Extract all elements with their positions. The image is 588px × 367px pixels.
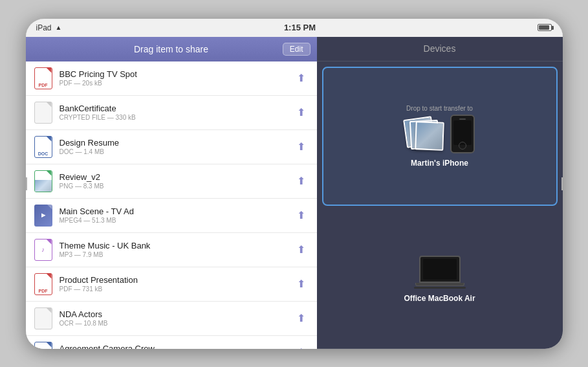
file-info: Theme Music - UK Bank MP3 — 7.9 MB	[60, 241, 294, 258]
share-icon[interactable]: ⬆	[294, 345, 309, 349]
file-name: Review_v2	[60, 172, 294, 182]
file-list: PDF BBC Pricing TV Spot PDF — 20s kB ⬆ B…	[26, 61, 317, 349]
status-right	[538, 24, 552, 31]
list-item[interactable]: DOC Design Resume DOC — 1.4 MB ⬆	[26, 130, 317, 164]
share-icon[interactable]: ⬆	[294, 173, 309, 189]
file-info: Product Presentation PDF — 731 kB	[60, 275, 294, 293]
list-item[interactable]: DOC Agreement Camera Crew DOC — 7.9 MB ⬆	[26, 336, 317, 349]
transfer-row	[405, 115, 475, 153]
ipad-side-button	[26, 177, 27, 190]
status-time: 1:15 PM	[284, 23, 316, 32]
file-icon: DOC	[34, 341, 53, 349]
photo-stack	[405, 118, 444, 150]
list-item[interactable]: PDF BBC Pricing TV Spot PDF — 20s kB ⬆	[26, 61, 317, 96]
device-slot-macbook[interactable]: Office MacBook Air	[317, 211, 563, 349]
macbook-device-name: Office MacBook Air	[404, 294, 475, 303]
file-name: Main Scene - TV Ad	[60, 206, 294, 216]
file-name: BBC Pricing TV Spot	[60, 69, 294, 79]
file-icon: PDF	[34, 67, 53, 90]
file-meta: PNG — 8.3 MB	[60, 183, 294, 190]
file-name: Design Resume	[60, 138, 294, 148]
list-item[interactable]: BankCertificate CRYPTED FILE — 330 kB ⬆	[26, 96, 317, 130]
macbook-foot	[414, 287, 466, 289]
list-item[interactable]: Review_v2 PNG — 8.3 MB ⬆	[26, 164, 317, 199]
share-icon[interactable]: ⬆	[294, 139, 309, 155]
devices-label: Devices	[424, 43, 456, 54]
macbook-icon	[414, 256, 466, 289]
file-name: Theme Music - UK Bank	[60, 241, 294, 250]
file-info: BankCertificate CRYPTED FILE — 330 kB	[60, 104, 294, 121]
file-icon	[34, 101, 53, 124]
list-item[interactable]: NDA Actors OCR — 10.8 MB ⬆	[26, 302, 317, 336]
list-item[interactable]: ♪ Theme Music - UK Bank MP3 — 7.9 MB ⬆	[26, 233, 317, 267]
file-meta: MPEG4 — 51.3 MB	[60, 217, 294, 224]
file-meta: DOC — 1.4 MB	[60, 148, 294, 155]
file-icon: PDF	[34, 272, 53, 296]
ipad-right-button	[561, 177, 563, 190]
wifi-icon: ▲	[56, 24, 62, 31]
file-info: Agreement Camera Crew DOC — 7.9 MB	[60, 344, 294, 349]
left-header: Drag item to share Edit	[26, 37, 317, 61]
iphone-icon	[450, 115, 475, 153]
ipad-frame: iPad ▲ 1:15 PM Drag item to share Edit P…	[26, 19, 563, 349]
macbook-screen	[419, 256, 461, 283]
file-name: Product Presentation	[60, 275, 294, 285]
right-panel: Devices Drop to start transfer to	[317, 37, 563, 349]
file-meta: PDF — 20s kB	[60, 80, 294, 87]
file-name: BankCertificate	[60, 104, 294, 113]
share-icon[interactable]: ⬆	[294, 311, 309, 326]
right-header: Devices	[317, 37, 563, 61]
file-meta: CRYPTED FILE — 330 kB	[60, 114, 294, 121]
file-icon: ♪	[34, 238, 53, 261]
file-meta: MP3 — 7.9 MB	[60, 251, 294, 258]
device-slot-iphone[interactable]: Drop to start transfer to Martin's iPhon…	[322, 67, 558, 206]
left-panel: Drag item to share Edit PDF BBC Pricing …	[26, 37, 317, 349]
iphone-device-name: Martin's iPhone	[411, 159, 468, 168]
file-info: Review_v2 PNG — 8.3 MB	[60, 172, 294, 190]
list-item[interactable]: ▶ Main Scene - TV Ad MPEG4 — 51.3 MB ⬆	[26, 199, 317, 233]
status-left: iPad ▲	[36, 23, 62, 32]
file-icon	[34, 170, 53, 193]
share-icon[interactable]: ⬆	[294, 208, 309, 223]
file-name: NDA Actors	[60, 309, 294, 319]
share-icon[interactable]: ⬆	[294, 71, 309, 86]
file-name: Agreement Camera Crew	[60, 344, 294, 349]
drop-label: Drop to start transfer to	[406, 105, 473, 112]
devices-area: Drop to start transfer to Martin's iPhon…	[317, 61, 563, 349]
drag-to-share-label: Drag item to share	[134, 44, 208, 54]
file-meta: PDF — 731 kB	[60, 285, 294, 293]
main-content: Drag item to share Edit PDF BBC Pricing …	[26, 37, 563, 349]
edit-button[interactable]: Edit	[283, 43, 310, 56]
file-info: NDA Actors OCR — 10.8 MB	[60, 309, 294, 327]
file-info: Main Scene - TV Ad MPEG4 — 51.3 MB	[60, 206, 294, 224]
file-info: BBC Pricing TV Spot PDF — 20s kB	[60, 69, 294, 87]
macbook-base	[415, 283, 464, 286]
macbook-screen-inner	[423, 259, 457, 280]
list-item[interactable]: PDF Product Presentation PDF — 731 kB ⬆	[26, 267, 317, 302]
battery-icon	[538, 24, 552, 31]
file-icon: ▶	[34, 204, 53, 227]
file-icon	[34, 307, 53, 330]
file-info: Design Resume DOC — 1.4 MB	[60, 138, 294, 155]
share-icon[interactable]: ⬆	[294, 276, 309, 292]
iphone-screen	[453, 120, 472, 145]
photo-thumb-3	[415, 121, 444, 151]
file-meta: OCR — 10.8 MB	[60, 320, 294, 327]
file-icon: DOC	[34, 135, 53, 159]
ipad-label: iPad	[36, 23, 52, 32]
share-icon[interactable]: ⬆	[294, 242, 309, 258]
share-icon[interactable]: ⬆	[294, 105, 309, 120]
status-bar: iPad ▲ 1:15 PM	[26, 19, 563, 37]
